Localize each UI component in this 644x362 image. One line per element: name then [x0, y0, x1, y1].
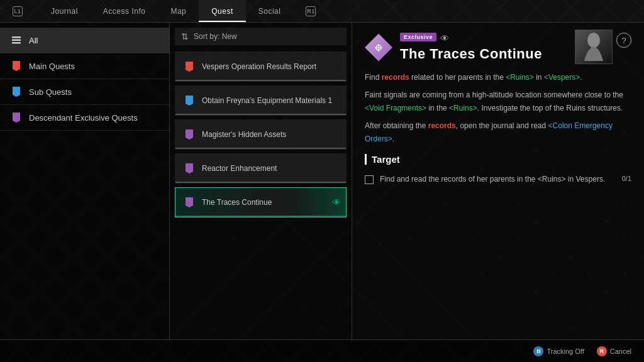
quest-item-traces[interactable]: The Traces Continue 👁 — [175, 187, 347, 217]
quest-bg-art-traces: 👁 — [296, 188, 346, 217]
svg-marker-9 — [186, 163, 193, 173]
tracking-btn-icon: B — [533, 346, 543, 356]
quest-item-magister[interactable]: Magister's Hidden Assets — [175, 119, 347, 150]
svg-point-14 — [587, 33, 600, 48]
quest-diamond-icon — [365, 34, 392, 62]
char-art-inner — [575, 30, 613, 64]
detail-header: Exclusive 👁 The Traces Continue ? — [365, 33, 631, 62]
quest-list-panel: ⇅ Sort by: New Vespers Operation Results… — [170, 23, 352, 339]
app-container: L1 Journal Access Info Map Quest Social … — [0, 0, 644, 362]
main-content: All Main Quests Sub Quests Descendant Ex… — [0, 23, 644, 339]
svg-marker-6 — [186, 62, 193, 72]
target-header: Target — [365, 154, 631, 165]
help-icon[interactable]: ? — [616, 33, 631, 48]
exclusive-badge: Exclusive — [400, 33, 436, 41]
detail-panel: Exclusive 👁 The Traces Continue ? — [352, 23, 644, 339]
svg-rect-2 — [12, 42, 21, 44]
cancel-btn-icon: R — [597, 346, 607, 356]
svg-rect-1 — [12, 40, 21, 41]
quest-icon-magister — [183, 127, 196, 142]
svg-marker-3 — [13, 61, 20, 71]
main-quests-icon — [10, 60, 23, 72]
target-text-0: Find and read the records of her parents… — [380, 175, 605, 184]
quest-item-freyna[interactable]: Obtain Freyna's Equipment Materials 1 — [175, 85, 347, 116]
svg-marker-4 — [13, 87, 20, 97]
highlight-voidfrag: <Void Fragments> — [365, 104, 426, 112]
quest-icon-reactor — [183, 161, 196, 176]
progress-bar-traces — [175, 216, 346, 217]
cancel-button[interactable]: R Cancel — [597, 346, 631, 356]
sidebar: All Main Quests Sub Quests Descendant Ex… — [0, 23, 170, 339]
sidebar-item-sub-quests[interactable]: Sub Quests — [0, 79, 169, 105]
sidebar-sub-quests-label: Sub Quests — [29, 87, 72, 97]
nav-map[interactable]: Map — [158, 0, 199, 22]
nav-journal[interactable]: Journal — [38, 0, 91, 22]
l1-button: L1 — [13, 6, 23, 16]
svg-marker-7 — [186, 96, 193, 106]
nav-quest[interactable]: Quest — [199, 0, 246, 22]
svg-marker-5 — [13, 112, 20, 123]
sub-quests-icon — [10, 85, 23, 98]
sidebar-main-quests-label: Main Quests — [29, 62, 75, 71]
eye-symbol-traces: 👁 — [332, 197, 341, 207]
sort-label: Sort by: New — [194, 32, 237, 41]
progress-bar-reactor — [175, 182, 346, 183]
highlight-records-2: records — [428, 121, 456, 130]
sidebar-exclusive-label: Descendant Exclusive Quests — [29, 113, 138, 123]
nav-r1[interactable]: R1 — [293, 0, 331, 22]
nav-social[interactable]: Social — [246, 0, 294, 22]
tracking-label: Tracking Off — [547, 348, 584, 355]
progress-bar-magister — [175, 148, 346, 149]
svg-marker-10 — [186, 197, 193, 207]
target-section: Target Find and read the records of her … — [365, 154, 631, 188]
progress-bar-vespers — [175, 80, 346, 81]
detail-description: Find records related to her parents in t… — [365, 71, 631, 145]
sort-bar[interactable]: ⇅ Sort by: New — [175, 28, 347, 45]
r1-button: R1 — [306, 6, 316, 16]
exclusive-quests-icon — [10, 111, 23, 124]
quest-title-magister: Magister's Hidden Assets — [202, 130, 338, 139]
highlight-ruins-2: <Ruins> — [449, 104, 477, 112]
eye-icon[interactable]: 👁 — [440, 33, 449, 43]
quest-icon-traces — [183, 195, 196, 210]
sidebar-all-label: All — [29, 36, 38, 45]
svg-marker-8 — [186, 129, 193, 140]
quest-title-reactor: Reactor Enhancement — [202, 164, 338, 173]
nav-access-info[interactable]: Access Info — [91, 0, 158, 22]
quest-item-vespers[interactable]: Vespers Operation Results Report — [175, 52, 347, 82]
quest-title-freyna: Obtain Freyna's Equipment Materials 1 — [202, 96, 338, 105]
all-icon — [10, 34, 23, 47]
cancel-label: Cancel — [610, 348, 631, 355]
quest-item-reactor[interactable]: Reactor Enhancement — [175, 153, 347, 184]
target-progress-0: 0/1 — [616, 175, 631, 182]
target-item-0: Find and read the records of her parents… — [365, 171, 631, 188]
highlight-vespers: <Vespers> — [544, 73, 580, 82]
sidebar-item-main-quests[interactable]: Main Quests — [0, 53, 169, 79]
highlight-records-1: records — [382, 73, 409, 82]
nav-l1[interactable]: L1 — [0, 0, 38, 22]
sort-icon: ⇅ — [181, 31, 189, 41]
highlight-orders: <Colon Emergency Orders> — [365, 121, 613, 143]
target-checkbox-0[interactable] — [365, 175, 374, 184]
progress-bar-freyna — [175, 114, 346, 115]
quest-title-vespers: Vespers Operation Results Report — [202, 62, 338, 71]
svg-rect-0 — [12, 36, 21, 38]
quest-icon-vespers — [183, 59, 196, 74]
bottom-bar: B Tracking Off R Cancel — [0, 339, 644, 362]
char-art — [575, 30, 613, 64]
top-nav: L1 Journal Access Info Map Quest Social … — [0, 0, 644, 23]
sidebar-item-all[interactable]: All — [0, 28, 169, 53]
tracking-off-button[interactable]: B Tracking Off — [533, 346, 584, 356]
quest-icon-freyna — [183, 93, 196, 108]
highlight-ruins-1: <Ruins> — [506, 73, 534, 82]
sidebar-item-exclusive-quests[interactable]: Descendant Exclusive Quests — [0, 105, 169, 131]
